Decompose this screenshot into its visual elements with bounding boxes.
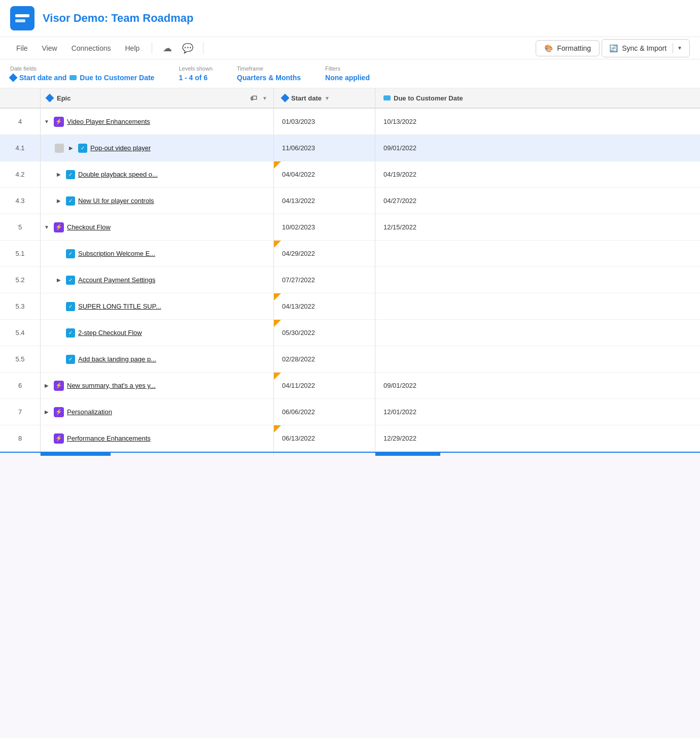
expand-arrow-icon[interactable] xyxy=(55,329,63,337)
warning-triangle-icon xyxy=(274,373,281,380)
expand-arrow-icon[interactable]: ▶ xyxy=(67,144,75,152)
row-label[interactable]: SUPER LONG TITLE SUP... xyxy=(78,303,161,310)
row-label[interactable]: Double playback speed o... xyxy=(78,171,158,178)
start-date-cell[interactable]: 04/29/2022 xyxy=(274,241,375,266)
table-row: 8 ⚡Performance Enhancements06/13/202212/… xyxy=(0,425,700,452)
due-date-cell[interactable]: 09/01/2022 xyxy=(375,135,700,161)
start-date-cell[interactable]: 07/27/2022 xyxy=(274,267,375,293)
table-body: 4▼⚡Video Player Enhancements01/03/202310… xyxy=(0,109,700,452)
table-row: 6▶⚡New summary, that's a yes y...04/11/2… xyxy=(0,373,700,399)
row-label[interactable]: Add back landing page p... xyxy=(78,355,156,363)
menu-divider-2 xyxy=(203,42,203,54)
expand-arrow-icon[interactable] xyxy=(55,355,63,363)
row-label[interactable]: Checkout Flow xyxy=(67,223,111,231)
start-date-diamond-icon xyxy=(281,94,290,103)
row-label[interactable]: Pop-out video player xyxy=(90,144,151,152)
start-date-cell[interactable]: 06/13/2022 xyxy=(274,425,375,451)
start-date-column-header[interactable]: Start date ▼ xyxy=(274,88,375,108)
start-date-cell[interactable]: 06/06/2022 xyxy=(274,399,375,425)
due-date-cell[interactable]: 04/27/2022 xyxy=(375,188,700,214)
start-date-dropdown-icon[interactable]: ▼ xyxy=(325,95,330,101)
warning-triangle-icon xyxy=(274,161,281,169)
due-date-cell[interactable] xyxy=(375,346,700,372)
expand-arrow-icon[interactable]: ▼ xyxy=(43,118,51,126)
filters-value[interactable]: None applied xyxy=(325,74,370,82)
sync-label: Sync & Import xyxy=(622,44,667,52)
due-date-cell[interactable]: 12/01/2022 xyxy=(375,399,700,425)
start-date-header-label: Start date xyxy=(291,94,322,102)
table-row: 4.3▶✓New UI for player controls04/13/202… xyxy=(0,188,700,214)
row-name-cell: ▶✓Pop-out video player xyxy=(41,135,274,161)
row-number: 4 xyxy=(18,118,22,125)
due-date-cell[interactable] xyxy=(375,320,700,346)
row-number: 4.1 xyxy=(15,144,24,152)
row-label[interactable]: New summary, that's a yes y... xyxy=(67,382,156,389)
expand-arrow-icon[interactable]: ▶ xyxy=(55,276,63,284)
start-date-cell[interactable]: 05/30/2022 xyxy=(274,320,375,346)
start-date-cell[interactable]: 04/13/2022 xyxy=(274,293,375,319)
expand-arrow-icon[interactable] xyxy=(43,434,51,443)
row-label[interactable]: Account Payment Settings xyxy=(78,276,155,284)
row-label[interactable]: Performance Enhancements xyxy=(67,434,151,442)
start-date-cell[interactable]: 04/04/2022 xyxy=(274,161,375,187)
svg-rect-0 xyxy=(15,14,29,17)
due-date-cell[interactable]: 10/13/2022 xyxy=(375,109,700,135)
row-label[interactable]: Personalization xyxy=(67,408,112,416)
table-row: 5.5 ✓Add back landing page p...02/28/202… xyxy=(0,346,700,373)
start-date-cell[interactable]: 02/28/2022 xyxy=(274,346,375,372)
expand-arrow-icon[interactable]: ▶ xyxy=(55,171,63,179)
timeframe-value[interactable]: Quarters & Months xyxy=(237,74,301,82)
due-date-column-header[interactable]: Due to Customer Date xyxy=(375,88,700,108)
chat-icon[interactable]: 💬 xyxy=(179,39,197,57)
due-date-cell[interactable]: 04/19/2022 xyxy=(375,161,700,187)
menu-file[interactable]: File xyxy=(10,41,34,55)
expand-arrow-icon[interactable]: ▶ xyxy=(43,408,51,416)
expand-arrow-icon[interactable]: ▼ xyxy=(43,223,51,231)
menu-connections[interactable]: Connections xyxy=(65,41,117,55)
start-date-cell[interactable]: 04/13/2022 xyxy=(274,188,375,214)
due-date-cell[interactable]: 09/01/2022 xyxy=(375,373,700,398)
row-number: 8 xyxy=(18,434,22,442)
start-date-value: 06/13/2022 xyxy=(282,434,315,442)
expand-arrow-icon[interactable]: ▶ xyxy=(55,197,63,205)
row-label[interactable]: New UI for player controls xyxy=(78,197,154,205)
start-date-value: 04/04/2022 xyxy=(282,171,315,178)
start-date-cell[interactable]: 10/02/2023 xyxy=(274,214,375,240)
due-date-cell[interactable]: 12/29/2022 xyxy=(375,425,700,451)
start-date-value: 04/29/2022 xyxy=(282,250,315,257)
due-date-cell[interactable] xyxy=(375,267,700,293)
row-label[interactable]: Subscription Welcome E... xyxy=(78,250,155,257)
epic-column-header[interactable]: Epic 🏷 ▼ xyxy=(41,88,274,108)
cloud-icon[interactable]: ☁ xyxy=(158,39,177,57)
due-date-value: 09/01/2022 xyxy=(383,382,416,389)
due-date-cell[interactable]: 12/15/2022 xyxy=(375,214,700,240)
expand-arrow-icon[interactable] xyxy=(55,250,63,258)
due-date-value: 12/15/2022 xyxy=(383,223,416,231)
epic-dropdown-icon[interactable]: ▼ xyxy=(262,95,267,101)
sync-import-button[interactable]: 🔄 Sync & Import ▼ xyxy=(602,39,690,57)
start-date-value: 05/30/2022 xyxy=(282,329,315,337)
start-date-value: 11/06/2023 xyxy=(282,144,315,152)
due-date-cell[interactable] xyxy=(375,241,700,266)
formatting-button[interactable]: 🎨 Formatting xyxy=(536,40,600,56)
start-date-value: 02/28/2022 xyxy=(282,355,315,363)
row-label[interactable]: 2-step Checkout Flow xyxy=(78,329,142,337)
date-fields-value[interactable]: Start date and Due to Customer Date xyxy=(10,74,154,82)
timeframe-filter: Timeframe Quarters & Months xyxy=(237,65,301,82)
start-date-cell[interactable]: 04/11/2022 xyxy=(274,373,375,398)
expand-arrow-icon[interactable] xyxy=(55,303,63,311)
table-header: Epic 🏷 ▼ Start date ▼ Due to Customer Da… xyxy=(0,88,700,109)
start-date-cell[interactable]: 11/06/2023 xyxy=(274,135,375,161)
due-date-cell[interactable] xyxy=(375,293,700,319)
start-date-cell[interactable]: 01/03/2023 xyxy=(274,109,375,135)
menu-view[interactable]: View xyxy=(36,41,63,55)
expand-arrow-icon[interactable]: ▶ xyxy=(43,382,51,390)
row-number: 4.3 xyxy=(15,197,24,205)
story-icon: ✓ xyxy=(66,276,75,285)
row-name-cell: ▼⚡Video Player Enhancements xyxy=(41,109,274,135)
levels-value[interactable]: 1 - 4 of 6 xyxy=(179,74,213,82)
menu-help[interactable]: Help xyxy=(119,41,146,55)
story-icon: ✓ xyxy=(66,249,75,258)
row-number: 6 xyxy=(18,382,22,389)
row-label[interactable]: Video Player Enhancements xyxy=(67,118,150,125)
